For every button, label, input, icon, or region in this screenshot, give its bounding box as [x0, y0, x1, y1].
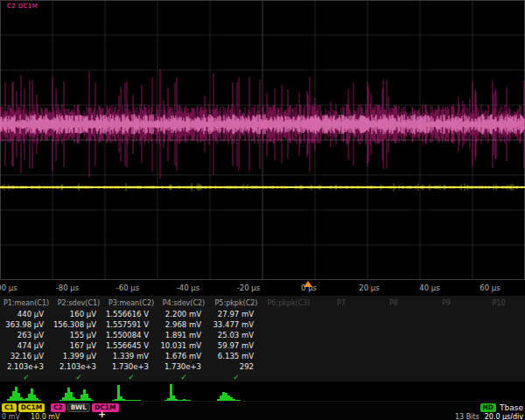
- param-value: [262, 361, 315, 372]
- param-header[interactable]: P5:pkpk(C2): [210, 298, 262, 309]
- param-value: 1.556616 V: [105, 309, 158, 319]
- param-header[interactable]: P4:sdev(C2): [158, 298, 210, 309]
- hd-mode-chip: HD: [480, 403, 497, 412]
- timebase-descriptor[interactable]: HD Tbase 13 Bits 20.0 µs/div: [455, 403, 523, 420]
- param-value: [315, 351, 368, 361]
- param-value: [262, 351, 315, 361]
- param-value: 32.16 µV: [0, 351, 52, 361]
- param-value: [368, 309, 420, 319]
- histicon[interactable]: [315, 382, 368, 401]
- c1-channel-chip: C1: [2, 403, 17, 412]
- c1-vdiv-value: 10.0 mV: [31, 413, 60, 420]
- param-value: 59.97 mV: [210, 340, 262, 351]
- param-value: [420, 330, 472, 340]
- param-value: [420, 309, 472, 319]
- histicon[interactable]: [420, 382, 472, 401]
- timebase-row2: 13 Bits 20.0 µs/div: [455, 413, 523, 420]
- param-value: 440 µV: [0, 309, 52, 319]
- tbase-bits: 13 Bits: [455, 413, 480, 420]
- time-axis-label: -40 µs: [177, 284, 200, 292]
- param-value: 25.03 mV: [210, 330, 262, 340]
- histicon[interactable]: [0, 382, 52, 401]
- histicon[interactable]: [472, 382, 525, 401]
- histicon[interactable]: [210, 382, 262, 401]
- time-axis-label: -60 µs: [116, 284, 139, 292]
- param-value: 363.98 µV: [0, 319, 52, 330]
- status-bar: C1 DC1M 0 mV 10.0 mV C2 BWL DC1M + HD Tb…: [0, 401, 525, 420]
- param-value: [368, 319, 420, 330]
- histicon[interactable]: [262, 382, 315, 401]
- param-header[interactable]: P10: [472, 298, 525, 309]
- param-value: 1.556645 V: [105, 340, 158, 351]
- param-value: 167 µV: [52, 340, 105, 351]
- waveform-svg: [0, 0, 525, 280]
- c1-offset-value: 0 mV: [2, 413, 20, 420]
- param-value: [315, 309, 368, 319]
- param-value: [262, 330, 315, 340]
- timebase-row1: HD Tbase: [455, 403, 523, 412]
- histicon[interactable]: [368, 382, 420, 401]
- param-value: 155 µV: [52, 330, 105, 340]
- param-value: 1.730e+3: [158, 361, 210, 372]
- param-value: 2.103e+3: [52, 361, 105, 372]
- param-value: [472, 309, 525, 319]
- param-value: 1.557591 V: [105, 319, 158, 330]
- param-value: 1.399 µV: [52, 351, 105, 361]
- histicon[interactable]: [52, 382, 105, 401]
- param-value: [368, 361, 420, 372]
- param-value: 1.676 mV: [158, 351, 210, 361]
- param-header[interactable]: P6:pkpk(C3): [262, 298, 315, 309]
- param-header[interactable]: P2:sdev(C1): [52, 298, 105, 309]
- c1-values: 0 mV 10.0 mV: [2, 413, 60, 420]
- param-header[interactable]: P7: [315, 298, 368, 309]
- param-value: [262, 309, 315, 319]
- param-value: 292: [210, 361, 262, 372]
- param-value: 2.968 mV: [158, 319, 210, 330]
- cursor-cross-icon[interactable]: +: [98, 409, 106, 420]
- param-value: [262, 340, 315, 351]
- param-value: [315, 319, 368, 330]
- param-value: [368, 340, 420, 351]
- param-value: [315, 361, 368, 372]
- param-value: [472, 319, 525, 330]
- param-value: 33.477 mV: [210, 319, 262, 330]
- c2-bwl-chip: BWL: [67, 403, 90, 412]
- oscilloscope-screen: C2 DC1M 00 µs-80 µs-60 µs-40 µs-20 µs0 µ…: [0, 0, 525, 420]
- tbase-tdiv: 20.0 µs/div: [485, 413, 523, 420]
- param-value: 2.200 mV: [158, 309, 210, 319]
- param-value: [420, 319, 472, 330]
- param-value: [315, 330, 368, 340]
- param-value: [368, 330, 420, 340]
- param-header[interactable]: P1:mean(C1): [0, 298, 52, 309]
- histicon[interactable]: [158, 382, 210, 401]
- param-value: 1.550084 V: [105, 330, 158, 340]
- time-axis: 00 µs-80 µs-60 µs-40 µs-20 µs0 µs20 µs40…: [0, 280, 525, 294]
- tbase-label: Tbase: [500, 403, 523, 412]
- param-value: [420, 351, 472, 361]
- param-header[interactable]: P8: [368, 298, 420, 309]
- time-axis-label: -20 µs: [237, 284, 260, 292]
- time-axis-label: -80 µs: [56, 284, 79, 292]
- waveform-display[interactable]: C2 DC1M: [0, 0, 525, 280]
- param-value: [262, 319, 315, 330]
- time-axis-label: 60 µs: [480, 284, 500, 292]
- c2-channel-chip: C2: [51, 403, 66, 412]
- histicon[interactable]: [105, 382, 158, 401]
- c2-descriptor[interactable]: C2 BWL DC1M: [51, 403, 119, 412]
- param-value: 474 µV: [0, 340, 52, 351]
- param-header[interactable]: P9: [420, 298, 472, 309]
- param-value: 156.308 µV: [52, 319, 105, 330]
- param-value: 2.103e+3: [0, 361, 52, 372]
- param-value: 27.97 mV: [210, 309, 262, 319]
- param-value: 1.891 mV: [158, 330, 210, 340]
- channel-status-label: C2 DC1M: [7, 3, 38, 10]
- param-value: [368, 351, 420, 361]
- param-value: 1.730e+3: [105, 361, 158, 372]
- measurement-table[interactable]: P1:mean(C1)P2:sdev(C1)P3:mean(C2)P4:sdev…: [0, 296, 525, 382]
- time-axis-label: 00 µs: [0, 284, 18, 292]
- param-header[interactable]: P3:mean(C2): [105, 298, 158, 309]
- param-value: [472, 351, 525, 361]
- param-value: [420, 361, 472, 372]
- param-value: [472, 330, 525, 340]
- param-value: 6.135 mV: [210, 351, 262, 361]
